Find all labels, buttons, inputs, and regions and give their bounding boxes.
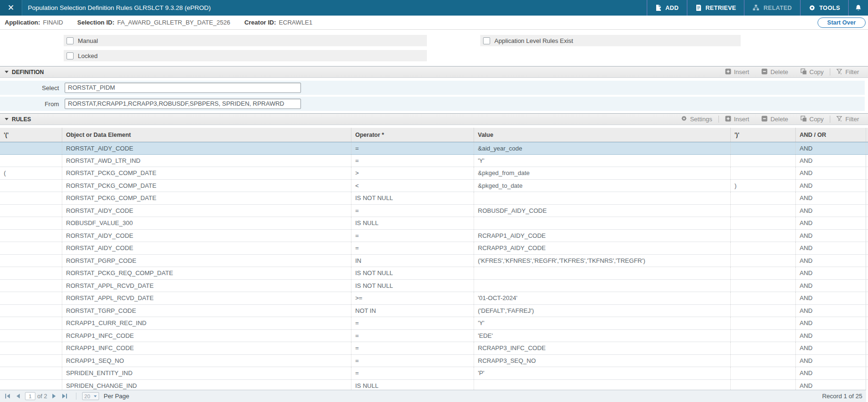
manual-checkbox[interactable]	[67, 37, 74, 44]
rule-cell-open-paren[interactable]	[0, 180, 62, 192]
rule-cell-and-or[interactable]: AND	[796, 167, 866, 179]
rule-cell-open-paren[interactable]	[0, 255, 62, 267]
column-header-close-paren[interactable]: ')'	[731, 128, 796, 142]
rule-cell-object[interactable]: RCRAPP1_CURR_REC_IND	[62, 317, 351, 329]
rule-cell-object[interactable]: RCRAPP1_SEQ_NO	[62, 355, 351, 367]
rule-cell-value[interactable]: '01-OCT-2024'	[474, 292, 731, 304]
rule-cell-open-paren[interactable]	[0, 280, 62, 292]
definition-delete-button[interactable]: Delete	[755, 68, 794, 76]
rule-cell-object[interactable]: RORSTAT_AIDY_CODE	[62, 205, 351, 217]
column-header-open-paren[interactable]: '('	[0, 128, 62, 142]
rule-cell-value[interactable]: ROBUSDF_AIDY_CODE	[474, 205, 731, 217]
rules-delete-button[interactable]: Delete	[755, 116, 794, 123]
close-icon[interactable]: ✕	[0, 0, 22, 16]
rule-cell-value[interactable]	[474, 192, 731, 204]
rule-cell-and-or[interactable]: AND	[796, 267, 866, 279]
rule-cell-close-paren[interactable]	[731, 267, 796, 279]
rule-cell-and-or[interactable]: AND	[796, 255, 866, 267]
rule-cell-operator[interactable]: =	[351, 142, 474, 154]
rule-cell-operator[interactable]: =	[351, 205, 474, 217]
rule-cell-open-paren[interactable]	[0, 192, 62, 204]
rule-cell-and-or[interactable]: AND	[796, 305, 866, 317]
rule-cell-close-paren[interactable]	[731, 205, 796, 217]
rule-cell-operator[interactable]: IS NOT NULL	[351, 267, 474, 279]
rule-cell-and-or[interactable]: AND	[796, 192, 866, 204]
rule-cell-open-paren[interactable]	[0, 330, 62, 342]
rule-cell-close-paren[interactable]	[731, 330, 796, 342]
rule-cell-and-or[interactable]: AND	[796, 280, 866, 292]
rule-cell-operator[interactable]: <	[351, 180, 474, 192]
retrieve-button[interactable]: RETRIEVE	[687, 0, 744, 16]
rule-cell-close-paren[interactable]	[731, 367, 796, 379]
rule-cell-object[interactable]: RCRAPP1_INFC_CODE	[62, 342, 351, 354]
rule-cell-close-paren[interactable]	[731, 142, 796, 154]
rule-cell-open-paren[interactable]	[0, 155, 62, 167]
rule-cell-object[interactable]: RORSTAT_PCKG_COMP_DATE	[62, 167, 351, 179]
rules-copy-button[interactable]: Copy	[794, 116, 830, 123]
rule-cell-value[interactable]: RCRAPP1_AIDY_CODE	[474, 230, 731, 242]
from-input[interactable]: RORSTAT,RCRAPP1,RCRAPP3,ROBUSDF,SPBPERS,…	[65, 99, 301, 109]
rule-cell-and-or[interactable]: AND	[796, 330, 866, 342]
rule-cell-object[interactable]: SPRIDEN_ENTITY_IND	[62, 367, 351, 379]
definition-filter-button[interactable]: Filter	[830, 68, 865, 76]
rule-cell-value[interactable]	[474, 267, 731, 279]
rule-cell-operator[interactable]: IS NULL	[351, 217, 474, 229]
rule-cell-close-paren[interactable]	[731, 305, 796, 317]
related-button[interactable]: RELATED	[744, 0, 800, 16]
rule-cell-object[interactable]: RCRAPP1_INFC_CODE	[62, 330, 351, 342]
definition-insert-button[interactable]: Insert	[719, 68, 756, 76]
rule-cell-object[interactable]: RORSTAT_APPL_RCVD_DATE	[62, 280, 351, 292]
rule-cell-open-paren[interactable]	[0, 355, 62, 367]
rule-cell-value[interactable]: RCRAPP3_AIDY_CODE	[474, 242, 731, 254]
rule-cell-open-paren[interactable]	[0, 142, 62, 154]
rule-cell-close-paren[interactable]	[731, 167, 796, 179]
rule-cell-value[interactable]: &aid_year_code	[474, 142, 731, 154]
rule-cell-value[interactable]: RCRAPP3_INFC_CODE	[474, 342, 731, 354]
column-header-object[interactable]: Object or Data Element	[62, 128, 351, 142]
rule-cell-close-paren[interactable]	[731, 155, 796, 167]
rule-cell-open-paren[interactable]	[0, 292, 62, 304]
rule-cell-and-or[interactable]: AND	[796, 230, 866, 242]
rule-cell-object[interactable]: ROBUSDF_VALUE_300	[62, 217, 351, 229]
application-level-rules-checkbox[interactable]	[483, 37, 490, 44]
select-input[interactable]: RORSTAT_PIDM	[65, 83, 301, 93]
rule-cell-open-paren[interactable]	[0, 230, 62, 242]
next-page-button[interactable]	[49, 394, 59, 399]
rule-cell-and-or[interactable]: AND	[796, 292, 866, 304]
rule-cell-and-or[interactable]: AND	[796, 367, 866, 379]
rule-cell-and-or[interactable]: AND	[796, 205, 866, 217]
tools-button[interactable]: TOOLS	[800, 0, 848, 16]
per-page-select[interactable]: 20	[82, 392, 99, 400]
rule-cell-and-or[interactable]: AND	[796, 317, 866, 329]
first-page-button[interactable]	[2, 394, 13, 399]
rule-cell-operator[interactable]: =	[351, 355, 474, 367]
rule-cell-close-paren[interactable]: )	[731, 180, 796, 192]
rule-cell-object[interactable]: RORSTAT_AWD_LTR_IND	[62, 155, 351, 167]
rule-cell-value[interactable]: 'Y'	[474, 317, 731, 329]
rule-cell-close-paren[interactable]	[731, 242, 796, 254]
rule-cell-value[interactable]: &pkged_to_date	[474, 180, 731, 192]
column-header-and-or[interactable]: AND / OR	[796, 128, 866, 142]
notifications-button[interactable]	[848, 0, 868, 16]
rule-cell-value[interactable]: ('KFRES','KFNRES','REGFR','TKFRES','TKFN…	[474, 255, 731, 267]
rules-section-toggle[interactable]: RULES	[5, 116, 31, 123]
rule-cell-object[interactable]: RORSTAT_AIDY_CODE	[62, 142, 351, 154]
locked-checkbox[interactable]	[67, 52, 74, 59]
rule-cell-operator[interactable]: IS NOT NULL	[351, 280, 474, 292]
rule-cell-and-or[interactable]: AND	[796, 142, 866, 154]
rule-cell-and-or[interactable]: AND	[796, 355, 866, 367]
rule-cell-open-paren[interactable]	[0, 217, 62, 229]
previous-page-button[interactable]	[13, 394, 23, 399]
rule-cell-operator[interactable]: =	[351, 230, 474, 242]
rule-cell-operator[interactable]: =	[351, 342, 474, 354]
page-number-input[interactable]: 1	[25, 392, 35, 400]
rule-cell-operator[interactable]: =	[351, 317, 474, 329]
rules-filter-button[interactable]: Filter	[830, 116, 865, 123]
rules-insert-button[interactable]: Insert	[719, 116, 756, 123]
rule-cell-value[interactable]: 'P'	[474, 367, 731, 379]
rule-cell-open-paren[interactable]: (	[0, 167, 62, 179]
rule-cell-close-paren[interactable]	[731, 217, 796, 229]
rule-cell-operator[interactable]: >=	[351, 292, 474, 304]
definition-copy-button[interactable]: Copy	[794, 68, 830, 76]
rule-cell-close-paren[interactable]	[731, 292, 796, 304]
